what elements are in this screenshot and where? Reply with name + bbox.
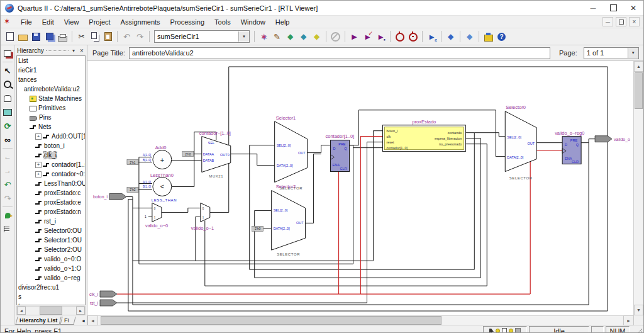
hierarchy-item-lessthan0-ou[interactable]: LessThan0:OU: [17, 179, 85, 188]
back-button[interactable]: [1, 150, 14, 164]
hierarchy-item-primitives[interactable]: Primitives: [17, 103, 85, 113]
hierarchy-item-proxestado-e[interactable]: proxEstado:e: [17, 198, 85, 207]
page-combo[interactable]: 1 of 1: [584, 47, 639, 59]
chevron-down-icon[interactable]: [238, 31, 249, 42]
collapse-panel-button[interactable]: [81, 319, 86, 323]
hierarchy-item-antirrebotevalida-u2[interactable]: antirreboteValida:u2: [17, 84, 85, 94]
save-button[interactable]: [30, 30, 43, 43]
cut-button[interactable]: [75, 30, 88, 43]
project-combo[interactable]: sumSerieCir1: [154, 30, 250, 43]
timing-report-button[interactable]: [406, 30, 419, 43]
select-tool-button[interactable]: [1, 64, 14, 77]
forward-button[interactable]: [1, 164, 14, 178]
menu-edit[interactable]: Edit: [37, 17, 59, 27]
node-selector1[interactable]: Selector1 SEL[2..0] DATA[2..0] OUT SELEC…: [275, 115, 308, 191]
hierarchy-item-list[interactable]: List: [17, 56, 85, 65]
hierarchy-item-valido-o-reg[interactable]: valido_o~reg: [17, 273, 85, 283]
refresh-button[interactable]: [1, 119, 14, 133]
timing-analyzer-button[interactable]: [310, 30, 323, 43]
redo-view-button[interactable]: [1, 191, 14, 205]
scrollbar-thumb[interactable]: [40, 307, 62, 315]
menu-help[interactable]: Help: [270, 17, 295, 27]
hierarchy-item-valido-o-1-o[interactable]: valido_o~1:O: [17, 264, 85, 273]
scroll-left-button[interactable]: [87, 315, 98, 325]
paste-button[interactable]: [101, 30, 114, 43]
canvas-hscrollbar[interactable]: [87, 315, 634, 325]
tab-find[interactable]: Fi: [60, 317, 75, 325]
node-contador-mux21[interactable]: contador~[1..0] SEL DATAA DATAB OUT0 MUX…: [182, 130, 231, 178]
expand-toggle-icon[interactable]: [35, 133, 42, 140]
hierarchy-item-clk-i[interactable]: clk_i: [17, 150, 85, 160]
hierarchy-item-contador-1-0[interactable]: contador[1..0: [17, 160, 85, 169]
hierarchy-item-proxestado-n[interactable]: proxEstado:n: [17, 207, 85, 217]
mdi-minimize-button[interactable]: [602, 17, 613, 26]
node-valido-mux0[interactable]: 0 1 1 valido_o~0: [145, 203, 168, 229]
scrollbar-thumb[interactable]: [101, 316, 441, 325]
timing-button[interactable]: [393, 30, 406, 43]
undo-button[interactable]: [120, 30, 133, 43]
mdi-close-button[interactable]: [629, 17, 640, 26]
pin-boton-i[interactable]: boton_i: [93, 193, 126, 200]
panel-close-button[interactable]: [79, 47, 85, 54]
chip-planner-button[interactable]: [463, 30, 476, 43]
node-add0[interactable]: Add0 + A[1..0] B[1..0] 2'h1: [127, 145, 172, 169]
scroll-down-button[interactable]: [634, 305, 643, 315]
node-selector2[interactable]: Selector2 SEL[2..0] DATA[2..0] OUT SELEC…: [252, 184, 306, 257]
pan-tool-button[interactable]: [1, 91, 14, 105]
print-button[interactable]: [56, 30, 69, 43]
page-title-field[interactable]: [129, 47, 550, 59]
hierarchy-item-s[interactable]: s: [17, 292, 85, 302]
panel-menu-button[interactable]: [70, 48, 77, 54]
help-button[interactable]: [495, 30, 508, 43]
redo-button[interactable]: [133, 30, 147, 43]
hierarchy-item-rst-i[interactable]: rst_i: [17, 217, 85, 226]
cascade-windows-button[interactable]: [1, 47, 14, 60]
undo-view-button[interactable]: [1, 178, 14, 191]
netlist-viewer-button[interactable]: [444, 30, 457, 43]
settings-button[interactable]: [284, 30, 297, 43]
menu-view[interactable]: View: [59, 17, 84, 27]
resize-grip[interactable]: [633, 325, 643, 333]
hierarchy-item-add0-out-1[interactable]: Add0:OUT[1..: [17, 132, 85, 141]
chevron-down-icon[interactable]: [628, 48, 638, 58]
menu-window[interactable]: Window: [236, 17, 270, 27]
tab-hierarchy-list[interactable]: Hierarchy List: [15, 317, 61, 325]
hierarchy-item-divisor2frec-u1[interactable]: divisor2frec:u1: [17, 283, 85, 292]
scroll-right-button[interactable]: [76, 307, 85, 315]
node-lessthan0[interactable]: LessThan0 < A[1..0] B[1..0] 2'h2 LESS_TH…: [127, 172, 177, 203]
assignment-editor-button[interactable]: [270, 30, 284, 43]
hierarchy-item-ts[interactable]: ts: [17, 302, 85, 305]
zoom-tool-button[interactable]: [1, 77, 14, 91]
hierarchy-item-state-machines[interactable]: State Machines: [17, 94, 85, 103]
pin-clk-i[interactable]: clk_i: [89, 291, 117, 297]
hierarchy-hscrollbar[interactable]: [16, 306, 86, 315]
menu-tools[interactable]: Tools: [209, 17, 236, 27]
stop-button[interactable]: [329, 30, 342, 43]
rtl-canvas[interactable]: boton_i clk_i rst_i valido_o: [87, 61, 633, 315]
hierarchy-item-valido-o-0-o[interactable]: valido_o~0:O: [17, 254, 85, 264]
maximize-button[interactable]: [603, 1, 623, 15]
menu-project[interactable]: Project: [84, 17, 115, 27]
pin-planner-button[interactable]: [297, 30, 310, 43]
scroll-left-button[interactable]: [17, 307, 26, 315]
close-button[interactable]: [623, 1, 643, 15]
expand-toggle-icon[interactable]: [35, 171, 42, 178]
hierarchy-item-riecir1[interactable]: rieCir1: [17, 65, 85, 75]
hierarchy-item-selector2-ou[interactable]: Selector2:OU: [17, 245, 85, 254]
hierarchy-item-boton-i[interactable]: boton_i: [17, 141, 85, 150]
hierarchy-item-selector0-ou[interactable]: Selector0:OU: [17, 226, 85, 235]
simulator-button[interactable]: [425, 30, 438, 43]
scroll-up-button[interactable]: [634, 61, 643, 72]
bird-eye-view-button[interactable]: [1, 208, 14, 222]
fit-view-button[interactable]: [1, 105, 14, 119]
start-compilation-button[interactable]: [348, 30, 361, 43]
rtl-schematic[interactable]: boton_i clk_i rst_i valido_o: [87, 61, 633, 315]
save-all-button[interactable]: [43, 30, 56, 43]
menu-processing[interactable]: Processing: [165, 17, 209, 27]
pin-valido-o[interactable]: valido_o: [595, 136, 630, 142]
hierarchy-item-selector1-ou[interactable]: Selector1:OU: [17, 235, 85, 245]
pin-rst-i[interactable]: rst_i: [90, 300, 117, 306]
start-analysis-button[interactable]: [361, 30, 374, 43]
hierarchy-item-nets[interactable]: Nets: [17, 122, 85, 132]
new-file-button[interactable]: [3, 30, 16, 43]
